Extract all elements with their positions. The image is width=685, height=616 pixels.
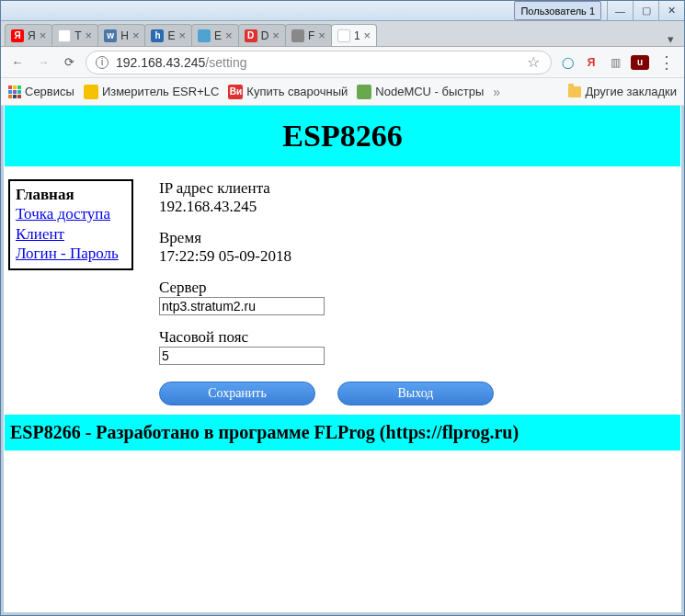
bookmark-star-icon[interactable]: ☆ — [525, 54, 542, 71]
tab-label: E — [214, 29, 222, 42]
nav-link-client[interactable]: Клиент — [16, 225, 64, 243]
nav-link-home[interactable]: Главная — [16, 186, 74, 203]
tab-label: F — [308, 29, 314, 42]
close-icon[interactable]: × — [86, 29, 93, 41]
apps-icon — [8, 86, 21, 98]
other-bookmarks-button[interactable]: Другие закладки — [568, 85, 677, 98]
omnibox[interactable]: i 192.168.43.245/setting ☆ — [86, 51, 552, 74]
tab-item[interactable]: E× — [191, 24, 239, 46]
exit-button[interactable]: Выход — [337, 382, 494, 405]
other-bookmarks-label: Другие закладки — [585, 85, 677, 98]
nav-link-login[interactable]: Логин - Пароль — [16, 245, 119, 262]
close-icon[interactable]: × — [364, 29, 371, 41]
close-icon[interactable]: × — [40, 29, 47, 41]
tab-item[interactable]: wН× — [97, 24, 145, 46]
url-text[interactable]: 192.168.43.245/setting — [116, 55, 518, 70]
favicon-icon: D — [245, 29, 257, 42]
close-icon[interactable]: × — [132, 29, 140, 41]
tab-item[interactable]: ЯЯ× — [5, 24, 52, 46]
page-header: ESP8266 — [5, 106, 680, 166]
minimize-button[interactable]: — — [607, 1, 633, 20]
server-input[interactable] — [159, 297, 325, 315]
page-title: ESP8266 — [5, 119, 680, 154]
favicon-icon — [198, 29, 211, 42]
tab-item[interactable]: hЕ× — [144, 24, 192, 46]
timezone-label: Часовой пояс — [159, 328, 494, 347]
bookmark-overflow-button[interactable]: » — [493, 85, 500, 99]
favicon-icon: w — [104, 29, 117, 42]
ublock-icon[interactable]: u — [631, 55, 649, 70]
close-icon[interactable]: × — [225, 29, 233, 41]
window-titlebar: Пользователь 1 — ▢ ✕ — [1, 1, 684, 21]
forward-button: → — [34, 53, 52, 72]
favicon-icon — [291, 29, 304, 42]
apps-button[interactable]: Сервисы — [8, 85, 74, 98]
back-button[interactable]: ← — [8, 53, 27, 72]
browser-menu-button[interactable]: ⋮ — [656, 52, 677, 73]
user-badge[interactable]: Пользователь 1 — [514, 1, 601, 20]
side-nav: Главная Точка доступа Клиент Логин - Пар… — [8, 179, 133, 270]
timezone-input[interactable] — [159, 347, 325, 365]
bookmarks-bar: Сервисы Измеритель ESR+LC ВиКупить сваро… — [1, 78, 684, 106]
address-bar: ← → ⟳ i 192.168.43.245/setting ☆ ◯ Я ▥ u… — [1, 47, 684, 78]
tab-label: D — [261, 29, 269, 42]
favicon-icon — [58, 29, 71, 42]
maximize-button[interactable]: ▢ — [633, 1, 658, 20]
tab-overflow-button[interactable]: ▾ — [660, 32, 680, 46]
time-value: 17:22:59 05-09-2018 — [159, 247, 494, 266]
favicon-icon: h — [151, 29, 164, 42]
nav-link-ap[interactable]: Точка доступа — [16, 205, 110, 222]
close-window-button[interactable]: ✕ — [658, 1, 684, 20]
bookmark-item[interactable]: Измеритель ESR+LC — [84, 85, 219, 99]
bookmark-item[interactable]: NodeMCU - быстры — [357, 85, 484, 99]
extension-icon[interactable]: ◯ — [559, 54, 576, 71]
bookmark-item[interactable]: ВиКупить сварочный — [228, 85, 348, 99]
server-label: Сервер — [159, 279, 494, 297]
close-icon[interactable]: × — [178, 29, 186, 41]
folder-icon — [568, 86, 581, 97]
time-label: Время — [159, 229, 494, 247]
bookmark-icon — [357, 85, 371, 99]
tab-label: Т — [74, 29, 81, 42]
tab-item[interactable]: F× — [285, 24, 332, 46]
bookmark-label: NodeMCU - быстры — [375, 85, 484, 98]
favicon-icon: Я — [11, 29, 24, 42]
extension-icon[interactable]: Я — [583, 54, 599, 71]
tab-item-active[interactable]: 1× — [331, 24, 377, 46]
tab-label: Я — [28, 29, 36, 42]
bookmark-icon: Ви — [228, 85, 243, 99]
tab-label: Н — [120, 29, 129, 42]
extension-icon[interactable]: ▥ — [607, 54, 623, 71]
save-button[interactable]: Сохранить — [159, 382, 315, 405]
close-icon[interactable]: × — [318, 29, 325, 41]
page-viewport[interactable]: ESP8266 Главная Точка доступа Клиент Лог… — [5, 106, 680, 611]
close-icon[interactable]: × — [272, 29, 280, 41]
tab-item[interactable]: DD× — [238, 24, 286, 46]
bookmark-label: Измеритель ESR+LC — [102, 85, 219, 98]
tab-label: 1 — [354, 29, 360, 42]
apps-label: Сервисы — [25, 85, 74, 98]
tab-strip: ЯЯ× Т× wН× hЕ× E× DD× F× 1× ▾ — [1, 21, 684, 47]
bookmark-icon — [84, 85, 98, 99]
ip-value: 192.168.43.245 — [159, 198, 494, 216]
page-footer: ESP8266 - Разработано в программе FLProg… — [5, 415, 680, 451]
favicon-icon — [337, 29, 350, 42]
tab-item[interactable]: Т× — [51, 24, 98, 46]
site-info-icon[interactable]: i — [96, 56, 108, 69]
ip-label: IP адрес клиента — [159, 179, 494, 198]
tab-label: Е — [167, 29, 175, 42]
reload-button[interactable]: ⟳ — [60, 53, 78, 72]
bookmark-label: Купить сварочный — [246, 85, 348, 98]
